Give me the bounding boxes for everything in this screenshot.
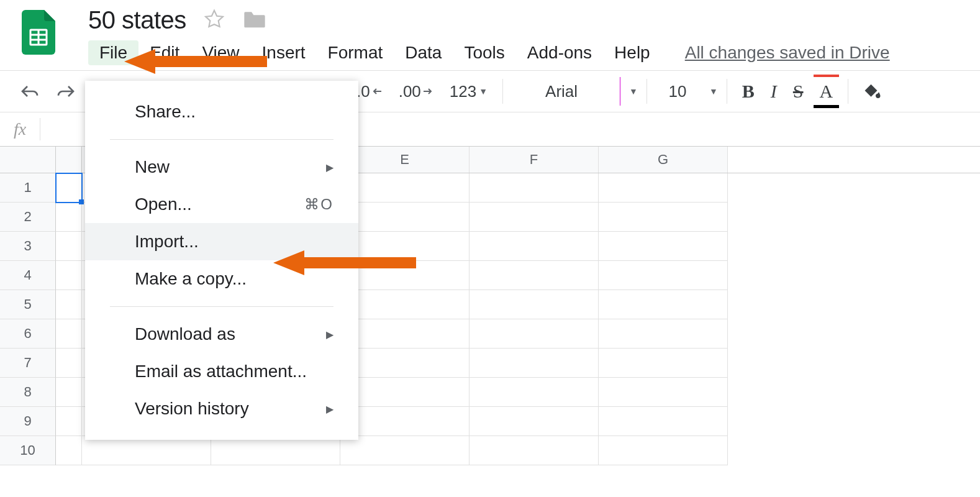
menu-help[interactable]: Help [603, 40, 661, 65]
cell[interactable] [599, 290, 728, 319]
font-size-select[interactable]: 10 [656, 78, 699, 105]
submenu-arrow-icon: ▶ [326, 329, 333, 340]
menu-format[interactable]: Format [317, 40, 394, 65]
bold-button[interactable]: B [736, 77, 761, 106]
cell[interactable] [470, 407, 599, 436]
cell[interactable] [470, 232, 599, 261]
row-header[interactable]: 8 [0, 378, 56, 407]
cell[interactable] [470, 349, 599, 378]
cell[interactable] [470, 436, 599, 465]
format-number-button[interactable]: 123▼ [443, 78, 494, 105]
menu-item-open[interactable]: Open...⌘O [85, 186, 358, 223]
cell[interactable] [56, 290, 82, 319]
fx-label: fx [0, 119, 40, 139]
menu-tools[interactable]: Tools [453, 40, 515, 65]
column-header[interactable]: G [599, 147, 728, 173]
cell[interactable] [599, 378, 728, 407]
cell[interactable] [470, 261, 599, 290]
text-color-button[interactable]: A [814, 77, 840, 106]
chevron-down-icon[interactable]: ▼ [629, 86, 638, 96]
cell[interactable] [340, 349, 470, 378]
row-header[interactable]: 1 [0, 173, 56, 203]
cell[interactable] [599, 232, 728, 261]
cell[interactable] [599, 407, 728, 436]
cell[interactable] [56, 261, 82, 290]
sheets-logo[interactable] [19, 6, 58, 58]
cell[interactable] [56, 173, 82, 203]
column-header[interactable] [56, 147, 82, 173]
row-header[interactable]: 3 [0, 232, 56, 261]
annotation-arrow [124, 46, 267, 77]
star-icon[interactable] [204, 9, 225, 32]
menu-item-share[interactable]: Share... [85, 93, 358, 130]
row-header[interactable]: 2 [0, 203, 56, 232]
cell[interactable] [599, 436, 728, 465]
cell[interactable] [82, 436, 211, 465]
cell[interactable] [470, 173, 599, 203]
cell[interactable] [599, 349, 728, 378]
annotation-arrow [273, 247, 416, 278]
row-header[interactable]: 4 [0, 261, 56, 290]
menu-item-email-attachment[interactable]: Email as attachment... [85, 353, 358, 390]
undo-button[interactable] [14, 80, 46, 103]
svg-marker-4 [124, 49, 267, 74]
row-header[interactable]: 9 [0, 407, 56, 436]
select-all-corner[interactable] [0, 147, 56, 173]
menu-item-download-as[interactable]: Download as▶ [85, 316, 358, 353]
row-header[interactable]: 7 [0, 349, 56, 378]
cell[interactable] [56, 319, 82, 349]
shortcut-label: ⌘O [304, 196, 333, 213]
cell[interactable] [340, 319, 470, 349]
italic-button[interactable]: I [764, 77, 783, 106]
folder-icon[interactable] [242, 9, 267, 32]
document-title[interactable]: 50 states [88, 6, 186, 34]
cell[interactable] [56, 349, 82, 378]
increase-decimal-button[interactable]: .00 [392, 78, 440, 105]
chevron-down-icon[interactable]: ▼ [709, 86, 718, 96]
cell[interactable] [56, 232, 82, 261]
submenu-arrow-icon: ▶ [326, 162, 333, 173]
cell[interactable] [340, 290, 470, 319]
cell[interactable] [599, 261, 728, 290]
submenu-arrow-icon: ▶ [326, 403, 333, 415]
redo-button[interactable] [50, 80, 82, 103]
cell[interactable] [599, 173, 728, 203]
cell[interactable] [470, 203, 599, 232]
cell[interactable] [599, 203, 728, 232]
cell[interactable] [56, 407, 82, 436]
cell[interactable] [56, 436, 82, 465]
menu-item-new[interactable]: New▶ [85, 148, 358, 186]
save-status[interactable]: All changes saved in Drive [685, 43, 890, 63]
menu-data[interactable]: Data [394, 40, 453, 65]
strike-button[interactable]: S [787, 77, 810, 106]
cell[interactable] [211, 436, 340, 465]
cell[interactable] [340, 407, 470, 436]
menu-item-version-history[interactable]: Version history▶ [85, 390, 358, 427]
row-header[interactable]: 10 [0, 436, 56, 465]
column-header[interactable]: E [340, 147, 470, 173]
cell[interactable] [56, 203, 82, 232]
fill-color-button[interactable] [857, 79, 888, 104]
column-header[interactable]: F [470, 147, 599, 173]
font-family-select[interactable]: Arial [512, 82, 611, 101]
cell[interactable] [340, 203, 470, 232]
cell[interactable] [340, 436, 470, 465]
cell[interactable] [599, 319, 728, 349]
cell[interactable] [470, 378, 599, 407]
cell[interactable] [470, 319, 599, 349]
row-header[interactable]: 6 [0, 319, 56, 349]
svg-marker-5 [273, 250, 416, 275]
cell[interactable] [340, 173, 470, 203]
cell[interactable] [340, 378, 470, 407]
cell[interactable] [470, 290, 599, 319]
cell[interactable] [56, 378, 82, 407]
menu-addons[interactable]: Add-ons [516, 40, 603, 65]
row-header[interactable]: 5 [0, 290, 56, 319]
